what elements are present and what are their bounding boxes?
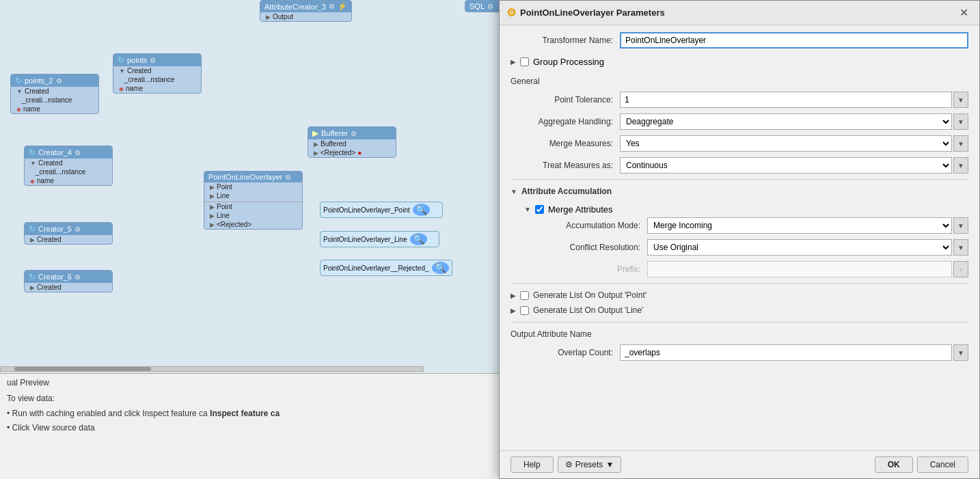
merge-measures-wrap: Yes ▼ — [620, 135, 968, 152]
aggregate-handling-wrap: Deaggregate ▼ — [620, 113, 968, 130]
ok-button[interactable]: OK — [875, 456, 913, 473]
gear-icon-creator6[interactable]: ⚙ — [74, 273, 81, 281]
node-bufferer-label: Bufferer — [321, 129, 348, 137]
generate-list-line-checkbox[interactable] — [520, 306, 529, 315]
transformer-name-row: Transformer Name: — [511, 32, 968, 49]
dialog: ⚙ PointOnLineOverlayer Parameters ✕ Tran… — [499, 0, 980, 479]
close-button[interactable]: ✕ — [955, 5, 972, 20]
generate-list-point-chevron[interactable]: ▶ — [511, 292, 516, 299]
aggregate-handling-label: Aggregate Handling: — [511, 117, 620, 126]
node-creator6-label: Creator_6 — [38, 273, 72, 281]
merge-attributes-label: Merge Attributes — [548, 204, 613, 215]
conflict-resolution-dropdown[interactable]: ▼ — [953, 239, 968, 256]
aggregate-handling-dropdown[interactable]: ▼ — [953, 113, 968, 130]
gear-icon-attr3[interactable]: ⚙ — [329, 3, 335, 10]
node-attr3-title: AttributeCreator_3 ⚙ ⚡ — [260, 1, 351, 12]
group-processing-checkbox[interactable] — [520, 57, 529, 66]
point-tolerance-dropdown[interactable]: ▼ — [953, 92, 968, 108]
footer-left: Help ⚙ Presets ▼ — [511, 456, 621, 473]
dialog-title: PointOnLineOverlayer Parameters — [520, 8, 665, 18]
merge-attributes-checkbox[interactable] — [535, 205, 544, 214]
gear-icon-overlay[interactable]: ⚙ — [285, 174, 291, 181]
merge-attributes-chevron[interactable]: ▼ — [524, 206, 531, 213]
search-icon-line[interactable]: 🔍 — [410, 233, 427, 245]
separator1 — [511, 179, 968, 180]
accumulation-mode-wrap: Merge Incoming ▼ — [647, 217, 968, 234]
node-creator4-title: ↻ Creator_4 ⚙ — [25, 146, 112, 159]
points-port-created: ▼ Created — [113, 66, 201, 75]
dialog-footer: Help ⚙ Presets ▼ OK Cancel — [500, 450, 979, 478]
points2-port-name: ◆ name — [11, 105, 98, 113]
canvas: AttributeCreator_3 ⚙ ⚡ ▶ Output SQL ⚙ ↻ … — [0, 0, 506, 479]
aggregate-handling-row: Aggregate Handling: Deaggregate ▼ — [511, 113, 968, 130]
preview-step1: Run with caching enabled and click Inspe… — [12, 409, 208, 418]
overlay-in-point: ▶ Point — [204, 182, 302, 191]
help-button[interactable]: Help — [511, 456, 554, 473]
preview-title: ual Preview — [7, 378, 499, 387]
merge-attributes-row: ▼ Merge Attributes — [524, 202, 968, 217]
conflict-resolution-wrap: Use Original ▼ — [647, 239, 968, 256]
node-creator5: ↻ Creator_5 ⚙ ▶ Created — [24, 222, 113, 245]
presets-chevron: ▼ — [605, 460, 614, 469]
treat-measures-dropdown[interactable]: ▼ — [953, 157, 968, 174]
point-tolerance-label: Point Tolerance: — [511, 95, 620, 105]
rej-dot: ● — [357, 149, 362, 156]
node-bufferer: ▶ Bufferer ⚙ ▶ Buffered ▶ <Rejected> ● — [308, 126, 396, 158]
transformer-name-label: Transformer Name: — [511, 36, 620, 45]
gear-icon-points[interactable]: ⚙ — [150, 57, 156, 64]
aggregate-handling-select[interactable]: Deaggregate — [620, 113, 952, 130]
group-processing-chevron[interactable]: ▶ — [511, 58, 516, 66]
overlay-out-rej: ▶ <Rejected> — [204, 220, 302, 229]
conflict-resolution-label: Conflict Resolution: — [538, 243, 647, 252]
node-overlay-title: PointOnLineOverlayer ⚙ — [204, 172, 302, 182]
treat-measures-select[interactable]: Continuous — [620, 157, 952, 174]
creator4-port-created: ▼ Created — [25, 159, 112, 167]
point-tolerance-row: Point Tolerance: ▼ — [511, 92, 968, 108]
overlay-line-label: PointOnLineOverlayer_Line — [323, 236, 407, 243]
attribute-accumulation-chevron[interactable]: ▼ — [511, 188, 517, 195]
merge-attributes-body: Accumulation Mode: Merge Incoming ▼ Conf… — [524, 217, 968, 277]
search-icon-point[interactable]: 🔍 — [413, 204, 430, 216]
generate-list-line-row: ▶ Generate List On Output 'Line' — [511, 303, 968, 318]
horizontal-scrollbar[interactable] — [0, 366, 424, 372]
overlap-count-dropdown[interactable]: ▼ — [953, 344, 968, 361]
gear-icon-creator5[interactable]: ⚙ — [74, 225, 81, 233]
dialog-body: Transformer Name: ▶ Group Processing Gen… — [500, 25, 979, 450]
accumulation-mode-select[interactable]: Merge Incoming — [647, 217, 952, 234]
gear-icon-points2[interactable]: ⚙ — [56, 77, 62, 85]
preview-step1-bold: Inspect feature ca — [208, 409, 280, 418]
node-points-icon: ↻ — [118, 55, 124, 65]
separator2 — [511, 283, 968, 284]
accumulation-mode-dropdown[interactable]: ▼ — [953, 217, 968, 234]
search-icon-rej[interactable]: 🔍 — [432, 262, 449, 274]
gear-icon-sql[interactable]: ⚙ — [487, 3, 493, 10]
gear-icon-bufferer[interactable]: ⚙ — [351, 130, 357, 137]
merge-measures-dropdown[interactable]: ▼ — [953, 135, 968, 152]
dialog-titlebar: ⚙ PointOnLineOverlayer Parameters ✕ — [500, 1, 979, 25]
overlap-count-input[interactable] — [620, 344, 952, 361]
point-tolerance-input[interactable] — [620, 92, 952, 108]
generate-list-point-row: ▶ Generate List On Output 'Point' — [511, 288, 968, 303]
cancel-button[interactable]: Cancel — [917, 456, 968, 473]
node-creator6: ↻ Creator_6 ⚙ ▶ Created — [24, 270, 113, 292]
conflict-resolution-select[interactable]: Use Original — [647, 239, 952, 256]
transformer-name-wrap — [620, 32, 968, 49]
merge-measures-select[interactable]: Yes — [620, 135, 952, 152]
transformer-name-input[interactable] — [620, 32, 968, 49]
accumulation-mode-label: Accumulation Mode: — [538, 221, 647, 230]
generate-list-line-chevron[interactable]: ▶ — [511, 307, 516, 314]
scrollbar-thumb[interactable] — [14, 367, 151, 371]
gear-icon-creator4[interactable]: ⚙ — [74, 149, 81, 156]
node-points: ↻ points ⚙ ▼ Created _creati...nstance ◆… — [113, 53, 202, 94]
generate-list-point-checkbox[interactable] — [520, 291, 529, 300]
separator3 — [511, 322, 968, 323]
node-points2-label: points_2 — [25, 77, 53, 85]
dialog-icon: ⚙ — [506, 6, 516, 19]
creator4-port-inst: _creati...nstance — [25, 167, 112, 176]
conflict-resolution-row: Conflict Resolution: Use Original ▼ — [538, 239, 968, 256]
treat-measures-label: Treat Measures as: — [511, 161, 620, 170]
presets-button[interactable]: ⚙ Presets ▼ — [558, 456, 622, 473]
node-bufferer-title: ▶ Bufferer ⚙ — [308, 127, 396, 139]
node-points2-title: ↻ points_2 ⚙ — [11, 74, 98, 87]
node-attr3-port-output: ▶ Output — [260, 12, 351, 21]
